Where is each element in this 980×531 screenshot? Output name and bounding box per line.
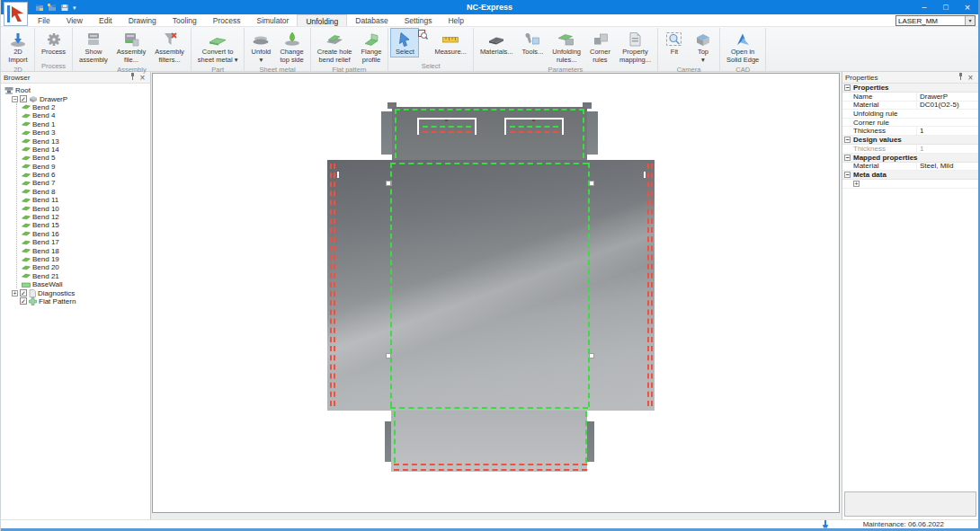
property-value-material[interactable]: DC01(O2-5) bbox=[916, 101, 978, 109]
vertex-handle[interactable] bbox=[589, 353, 594, 358]
tree-item-diagnostics[interactable]: Diagnostics bbox=[4, 288, 150, 296]
qat-customize-caret-icon[interactable]: ▾ bbox=[73, 4, 76, 11]
assembly-file-button[interactable]: Assembly file... bbox=[112, 28, 151, 65]
fit-button[interactable]: Fit bbox=[660, 28, 689, 58]
tree-item-basewall[interactable]: BaseWall bbox=[22, 280, 150, 288]
process-button[interactable]: Process bbox=[37, 28, 70, 58]
zoom-region-icon[interactable] bbox=[418, 30, 428, 40]
flat-pattern-main-body[interactable] bbox=[327, 160, 655, 411]
meta-data-expander-icon[interactable] bbox=[853, 181, 860, 187]
create-hole-bend-relief-button[interactable]: Create hole bend relief bbox=[313, 28, 357, 65]
tree-item-bend[interactable]: Bend 8 bbox=[22, 188, 150, 196]
assembly-filters-button[interactable]: Assembly filters... bbox=[150, 28, 189, 65]
bend-icon bbox=[22, 205, 31, 212]
tree-item-bend[interactable]: Bend 21 bbox=[22, 272, 150, 280]
tools-button[interactable]: Tools... bbox=[518, 28, 548, 58]
maximize-button[interactable] bbox=[935, 0, 957, 14]
property-mapping-button[interactable]: Property mapping... bbox=[615, 28, 655, 65]
tab-drawing[interactable]: Drawing bbox=[120, 14, 165, 26]
tab-settings[interactable]: Settings bbox=[396, 14, 441, 26]
tab-tooling[interactable]: Tooling bbox=[165, 14, 205, 26]
vertex-handle[interactable] bbox=[386, 181, 391, 186]
tree-item-bend[interactable]: Bend 16 bbox=[22, 230, 150, 238]
select-button[interactable]: Select bbox=[390, 28, 419, 58]
tab-file[interactable]: File bbox=[30, 14, 58, 26]
tab-unfolding[interactable]: Unfolding bbox=[297, 14, 347, 26]
property-value-mapped-material[interactable]: Steel, Mild bbox=[916, 162, 978, 170]
measure-button[interactable]: Measure... bbox=[430, 28, 470, 58]
section-expander-icon[interactable] bbox=[844, 155, 851, 161]
tab-view[interactable]: View bbox=[58, 14, 91, 26]
tab-help[interactable]: Help bbox=[440, 14, 471, 26]
materials-button[interactable]: Materials... bbox=[476, 28, 518, 58]
combo-dropdown-icon[interactable] bbox=[965, 16, 975, 25]
section-properties[interactable]: Properties bbox=[842, 84, 978, 93]
property-value-name[interactable]: DrawerP bbox=[916, 93, 978, 101]
tree-item-bend[interactable]: Bend 1 bbox=[22, 120, 150, 128]
drawerp-expander-icon[interactable] bbox=[12, 96, 18, 102]
bend-icon bbox=[22, 137, 31, 145]
flat-pattern-bottom-flap[interactable] bbox=[391, 410, 587, 472]
tree-item-bend[interactable]: Bend 5 bbox=[22, 154, 150, 162]
tree-item-bend[interactable]: Bend 9 bbox=[22, 163, 150, 171]
tab-simulator[interactable]: Simulator bbox=[248, 14, 297, 26]
section-design-values[interactable]: Design values bbox=[842, 136, 978, 145]
section-expander-icon[interactable] bbox=[844, 172, 851, 178]
unfolding-rules-button[interactable]: Unfolding rules... bbox=[548, 28, 585, 65]
drawing-canvas[interactable] bbox=[152, 73, 840, 513]
close-button[interactable] bbox=[957, 0, 978, 14]
drawerp-checkbox[interactable] bbox=[20, 95, 27, 102]
tree-item-bend[interactable]: Bend 3 bbox=[22, 128, 150, 137]
diagnostics-checkbox[interactable] bbox=[20, 289, 27, 296]
vertex-handle[interactable] bbox=[589, 181, 594, 186]
tree-item-bend[interactable]: Bend 18 bbox=[22, 246, 150, 254]
section-mapped-properties[interactable]: Mapped properties bbox=[842, 154, 978, 163]
tree-item-bend[interactable]: Bend 14 bbox=[22, 146, 150, 154]
tree-item-flat-pattern[interactable]: Flat Pattern bbox=[4, 297, 150, 305]
property-value-thickness[interactable]: 1 bbox=[916, 127, 978, 135]
diagnostics-expander-icon[interactable] bbox=[12, 290, 18, 296]
ribbon-group-part: Convert to sheet metal ▾ Part bbox=[192, 28, 245, 71]
tree-item-root[interactable]: Root bbox=[4, 86, 150, 94]
unfold-button[interactable]: Unfold ▾ bbox=[246, 28, 275, 65]
handle-pin-right bbox=[532, 119, 535, 121]
bend-icon bbox=[22, 247, 31, 254]
minimize-button[interactable] bbox=[913, 0, 935, 14]
show-assembly-button[interactable]: Show assembly bbox=[75, 28, 112, 65]
tab-edit[interactable]: Edit bbox=[91, 14, 120, 26]
open-file-icon[interactable] bbox=[48, 4, 57, 12]
section-expander-icon[interactable] bbox=[844, 84, 851, 91]
change-top-side-button[interactable]: Change top side bbox=[275, 28, 307, 65]
flange-profile-button[interactable]: Flange profile bbox=[357, 28, 387, 65]
properties-pin-icon[interactable] bbox=[956, 73, 966, 82]
tree-item-bend[interactable]: Bend 11 bbox=[22, 196, 150, 204]
flat-pattern-checkbox[interactable] bbox=[20, 297, 27, 305]
tree-item-bend[interactable]: Bend 15 bbox=[22, 221, 150, 229]
vertex-handle[interactable] bbox=[386, 353, 391, 358]
technology-profile-combo[interactable]: LASER_MM bbox=[895, 15, 976, 26]
tree-item-bend[interactable]: Bend 2 bbox=[22, 103, 150, 111]
tree-item-bend[interactable]: Bend 10 bbox=[22, 204, 150, 212]
new-file-icon[interactable] bbox=[35, 4, 44, 12]
tree-item-bend[interactable]: Bend 6 bbox=[22, 171, 150, 179]
tree-item-drawerp[interactable]: DrawerP bbox=[4, 94, 150, 102]
tab-process[interactable]: Process bbox=[205, 14, 249, 26]
section-meta-data[interactable]: Meta data bbox=[842, 171, 978, 180]
2d-import-button[interactable]: 2D Import bbox=[4, 28, 32, 65]
tab-database[interactable]: Database bbox=[347, 14, 396, 26]
tree-item-bend[interactable]: Bend 17 bbox=[22, 238, 150, 246]
properties-close-icon[interactable] bbox=[966, 73, 976, 83]
tree-item-bend[interactable]: Bend 19 bbox=[22, 255, 150, 263]
top-view-button[interactable]: Top ▾ bbox=[689, 28, 717, 65]
tree-item-bend[interactable]: Bend 4 bbox=[22, 111, 150, 119]
corner-rules-button[interactable]: Corner rules bbox=[585, 28, 615, 65]
tree-item-bend[interactable]: Bend 7 bbox=[22, 179, 150, 187]
save-icon[interactable] bbox=[60, 4, 69, 12]
tree-item-bend[interactable]: Bend 12 bbox=[22, 213, 150, 221]
app-logo[interactable] bbox=[4, 2, 28, 26]
tree-item-bend[interactable]: Bend 20 bbox=[22, 263, 150, 271]
open-in-solid-edge-button[interactable]: Open in Solid Edge bbox=[722, 28, 763, 65]
section-expander-icon[interactable] bbox=[844, 137, 851, 143]
tree-item-bend[interactable]: Bend 13 bbox=[22, 137, 150, 145]
convert-to-sheet-metal-button[interactable]: Convert to sheet metal ▾ bbox=[193, 28, 243, 65]
